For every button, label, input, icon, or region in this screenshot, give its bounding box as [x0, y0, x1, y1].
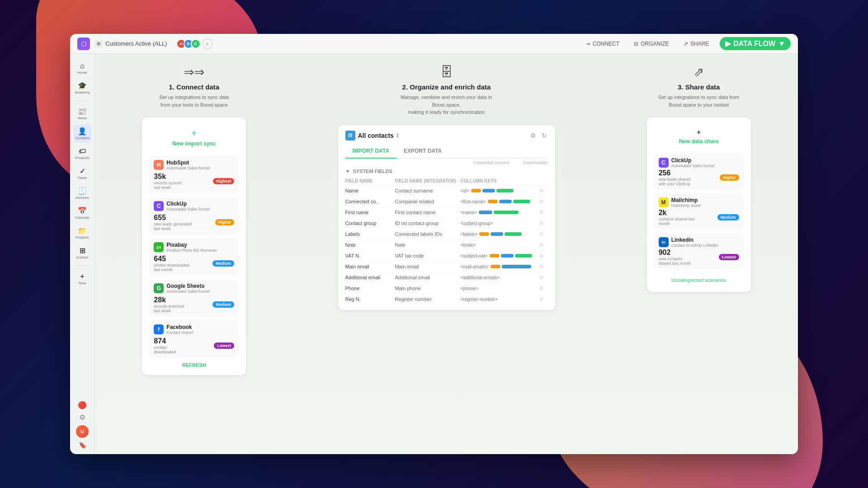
sidebar-bottom: 🔴 ⚙ U 🔖 — [76, 401, 89, 449]
sidebar-item-invoices[interactable]: 🧾 Invoices — [73, 184, 91, 202]
share-clickup-badge: Higher — [720, 174, 739, 181]
info-icon[interactable]: ℹ — [396, 132, 399, 139]
tasks-icon: ✓ — [80, 168, 85, 175]
add-collaborator-button[interactable]: + — [203, 39, 212, 49]
share-mailchimp-badge: Medium — [717, 214, 739, 221]
plus-icon: + — [697, 128, 701, 136]
integration-facebook[interactable]: f Facebook Contact Import 874 contact — [149, 320, 239, 358]
dataflow-button[interactable]: ▶ DATA FLOW ▼ — [720, 37, 791, 50]
share-column-title: 3. Share data — [658, 83, 739, 91]
row-gear-icon[interactable]: ⚙ — [539, 199, 544, 205]
sidebar-item-new[interactable]: + New — [73, 270, 91, 288]
new-share-button[interactable]: + New data share — [654, 125, 744, 148]
hubspot-badge: Highest — [213, 178, 234, 184]
bar-blue — [499, 200, 512, 203]
row-gear-icon[interactable]: ⚙ — [539, 188, 544, 194]
sidebar-item-custom[interactable]: ⊞ Custom — [73, 244, 91, 262]
share-linkedin-logo: in — [659, 237, 669, 247]
integration-clickup[interactable]: C ClickUp Automated Sales funnel 655 new… — [149, 197, 239, 235]
integration-pixabay[interactable]: px Pixabay Product Photo BG Remover 645 … — [149, 238, 239, 276]
titlebar: ⬡ ⊞ Customers Active (ALL) A B C + ⇒ CON… — [70, 34, 798, 54]
breadcrumb: ⊞ Customers Active (ALL) — [94, 40, 167, 48]
row-gear-icon[interactable]: ⚙ — [539, 286, 544, 291]
sidebar-item-tasks[interactable]: ✓ Tasks — [73, 164, 91, 183]
user-avatar[interactable]: U — [76, 425, 89, 438]
share-item-linkedin[interactable]: in Linkedin Contact to eshop Linkedin 90… — [654, 233, 744, 269]
row-gear-icon[interactable]: ⚙ — [539, 231, 544, 237]
share-card: + New data share C ClickUp Automated Sal… — [647, 117, 751, 292]
organize-button[interactable]: ⊟ ORGANIZE — [630, 39, 673, 49]
sidebar-item-academy[interactable]: 🎓 Academy — [73, 79, 91, 97]
settings-icon[interactable]: ⚙ — [529, 131, 537, 140]
new-import-button[interactable]: + New import sync — [149, 125, 239, 150]
connect-button[interactable]: ⇒ CONNECT — [582, 39, 623, 49]
row-gear-icon[interactable]: ⚙ — [539, 296, 544, 302]
facebook-logo: f — [154, 324, 164, 334]
home-icon: ⌂ — [80, 62, 85, 70]
bar-yellow — [471, 189, 481, 192]
uncategorized-scenarios-button[interactable]: Uncategorized scenarios — [654, 273, 744, 285]
sidebar-item-home[interactable]: ⌂ Home — [73, 59, 91, 77]
sidebar-item-products[interactable]: 🏷 Products — [73, 145, 91, 163]
facebook-stats: 874 contact downloaded Lowest — [154, 337, 234, 354]
row-gear-icon[interactable]: ⚙ — [539, 210, 544, 216]
breadcrumb-icon: ⊞ — [94, 40, 103, 48]
refresh-icon[interactable]: ↻ — [541, 131, 548, 140]
refresh-button[interactable]: REFRESH — [149, 362, 239, 368]
integration-gsheets-header: G Google Sheets Automated Sales funnel — [154, 283, 234, 294]
hubspot-logo: H — [154, 160, 164, 170]
pixabay-badge: Medium — [212, 260, 234, 267]
bar-blue — [491, 232, 503, 236]
row-gear-icon[interactable]: ⚙ — [539, 264, 544, 270]
center-card-header: ⊟ All contacts ℹ ⚙ ↻ — [338, 125, 555, 141]
gsheets-badge: Medium — [212, 301, 234, 308]
clickup-stats: 655 new leads generated last week Higher — [154, 214, 234, 231]
bar-blue — [501, 254, 514, 258]
sidebar-item-contacts[interactable]: 👤 Contacts — [73, 125, 91, 143]
dropdown-icon: ▼ — [778, 40, 785, 48]
center-card-actions: ⚙ ↻ — [529, 131, 548, 140]
share-clickup-header: C ClickUp Automated Sales funnel — [659, 157, 739, 168]
invoices-icon: 🧾 — [78, 188, 87, 195]
calendar-icon: 📅 — [78, 207, 87, 215]
sidebar-item-news[interactable]: 📰 News — [73, 105, 91, 123]
sidebar-item-projects[interactable]: 📁 Projects — [73, 224, 91, 242]
pixabay-logo: px — [154, 242, 164, 252]
clickup-badge: Higher — [215, 219, 235, 225]
bar-green — [494, 211, 519, 214]
table-column-subheaders: Connected scenario Consolidation — [338, 159, 555, 165]
progress-bar — [471, 188, 514, 193]
tab-import[interactable]: IMPORT DATA — [345, 144, 397, 159]
sidebar-item-calendar[interactable]: 📅 Calendar — [73, 204, 91, 222]
system-fields-toggle[interactable]: ▼ SYSTEM FIELDS — [345, 169, 548, 174]
facebook-badge: Lowest — [214, 343, 234, 349]
sidebar-settings-icon[interactable]: ⚙ — [79, 413, 85, 422]
integration-gsheets[interactable]: G Google Sheets Automated Sales funnel 2… — [149, 279, 239, 317]
share-linkedin-header: in Linkedin Contact to eshop Linkedin — [659, 237, 739, 248]
bar-green — [515, 254, 532, 258]
integration-hubspot[interactable]: H HubSpot Automated Sales funnel 35k rec… — [149, 156, 239, 193]
bar-blue — [479, 211, 492, 214]
table-row: Labels Connected labels IDs <labels> — [345, 229, 548, 240]
row-gear-icon[interactable]: ⚙ — [539, 253, 544, 259]
row-gear-icon[interactable]: ⚙ — [539, 221, 544, 226]
sidebar-bookmark-icon[interactable]: 🔖 — [79, 441, 86, 449]
avatar-group: A B C + — [176, 39, 212, 49]
tab-export[interactable]: EXPORT DATA — [396, 144, 449, 159]
table-row: First name First contact name <name> ⚙ — [345, 207, 548, 218]
progress-bar — [491, 264, 531, 269]
bar-blue — [502, 265, 531, 268]
titlebar-left: ⬡ ⊞ Customers Active (ALL) A B C + — [77, 38, 582, 50]
bar-yellow — [490, 254, 500, 258]
sidebar-notification-icon[interactable]: 🔴 — [78, 401, 87, 409]
row-gear-icon[interactable]: ⚙ — [539, 242, 544, 248]
row-gear-icon[interactable]: ⚙ — [539, 275, 544, 281]
main-content: ⌂ Home 🎓 Academy 📰 News 👤 Contacts 🏷 Pro… — [70, 54, 798, 454]
table-row: Contact group ID od contact-group <subje… — [345, 218, 548, 229]
contacts-icon: 👤 — [78, 128, 87, 135]
share-item-mailchimp[interactable]: M Mailchimp Mailchimp share 2k contacts … — [654, 193, 744, 230]
share-item-clickup[interactable]: C ClickUp Automated Sales funnel 256 new… — [654, 154, 744, 190]
share-button[interactable]: ⇗ SHARE — [680, 39, 712, 49]
projects-icon: 📁 — [78, 227, 87, 235]
dataflow-icon: ▶ — [725, 39, 731, 48]
